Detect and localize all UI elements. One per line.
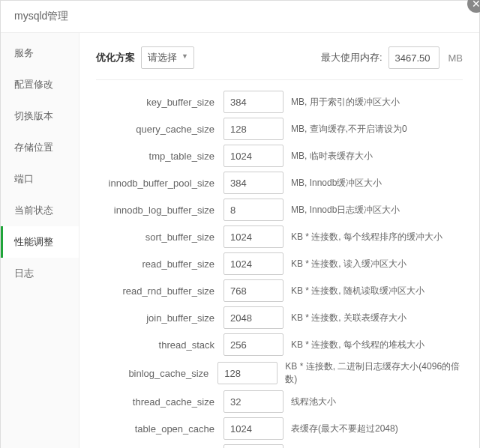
param-label: tmp_table_size — [96, 151, 224, 162]
param-label: query_cache_size — [96, 124, 224, 135]
param-label: thread_cache_size — [96, 396, 224, 408]
param-row: read_rnd_buffer_sizeKB * 连接数, 随机读取缓冲区大小 — [96, 279, 463, 302]
param-row: query_cache_sizeMB, 查询缓存,不开启请设为0 — [96, 118, 463, 140]
param-label: sort_buffer_size — [96, 231, 224, 243]
param-label: binlog_cache_size — [96, 368, 218, 379]
param-row: key_buffer_sizeMB, 用于索引的缓冲区大小 — [96, 91, 463, 113]
mem-input[interactable] — [388, 46, 440, 69]
plan-select[interactable]: 请选择 — [141, 46, 194, 69]
param-input-key_buffer_size[interactable] — [224, 91, 284, 113]
param-desc: 线程池大小 — [284, 396, 336, 408]
modal-title: mysqld管理 — [1, 1, 479, 33]
param-input-query_cache_size[interactable] — [224, 118, 284, 140]
param-row: read_buffer_sizeKB * 连接数, 读入缓冲区大小 — [96, 252, 463, 275]
plan-label: 优化方案 — [96, 51, 135, 64]
param-label: read_buffer_size — [96, 258, 224, 270]
modal: ✕ mysqld管理 服务配置修改切换版本存储位置端口当前状态性能调整日志 优化… — [0, 0, 480, 448]
param-input-thread_stack[interactable] — [224, 333, 284, 356]
param-row: thread_cache_size线程池大小 — [96, 390, 463, 413]
param-desc: KB * 连接数, 读入缓冲区大小 — [284, 258, 406, 270]
param-desc: KB * 连接数, 二进制日志缓存大小(4096的倍数) — [278, 360, 463, 386]
param-input-max_connections[interactable] — [224, 444, 284, 448]
params-list: key_buffer_sizeMB, 用于索引的缓冲区大小query_cache… — [96, 91, 463, 448]
param-input-join_buffer_size[interactable] — [224, 306, 284, 329]
param-label: innodb_buffer_pool_size — [96, 178, 224, 189]
sidebar-item-0[interactable]: 服务 — [1, 37, 79, 69]
param-label: read_rnd_buffer_size — [96, 285, 224, 297]
param-row: innodb_buffer_pool_sizeMB, Innodb缓冲区大小 — [96, 172, 463, 194]
param-row: binlog_cache_sizeKB * 连接数, 二进制日志缓存大小(409… — [96, 360, 463, 386]
param-desc: MB, 临时表缓存大小 — [284, 150, 373, 163]
param-label: innodb_log_buffer_size — [96, 205, 224, 216]
param-desc: 表缓存(最大不要超过2048) — [284, 423, 398, 435]
param-desc: KB * 连接数, 每个线程的堆栈大小 — [284, 339, 424, 351]
param-desc: MB, Innodb日志缓冲区大小 — [284, 204, 400, 217]
param-label: join_buffer_size — [96, 312, 224, 324]
main-panel: 优化方案 请选择 最大使用内存: MB key_buffer_sizeMB, 用… — [80, 33, 479, 448]
param-input-innodb_buffer_pool_size[interactable] — [224, 172, 284, 194]
param-input-sort_buffer_size[interactable] — [224, 225, 284, 248]
param-row: join_buffer_sizeKB * 连接数, 关联表缓存大小 — [96, 306, 463, 329]
sidebar-item-2[interactable]: 切换版本 — [1, 100, 79, 132]
param-label: key_buffer_size — [96, 97, 224, 108]
sidebar-item-5[interactable]: 当前状态 — [1, 195, 79, 226]
param-row: table_open_cache表缓存(最大不要超过2048) — [96, 417, 463, 440]
sidebar-item-4[interactable]: 端口 — [1, 163, 79, 195]
sidebar: 服务配置修改切换版本存储位置端口当前状态性能调整日志 — [1, 33, 80, 448]
param-input-innodb_log_buffer_size[interactable] — [224, 199, 284, 221]
param-input-read_buffer_size[interactable] — [224, 252, 284, 275]
param-desc: MB, 用于索引的缓冲区大小 — [284, 96, 400, 109]
param-desc: MB, Innodb缓冲区大小 — [284, 177, 382, 190]
param-row: thread_stackKB * 连接数, 每个线程的堆栈大小 — [96, 333, 463, 356]
sidebar-item-1[interactable]: 配置修改 — [1, 69, 79, 100]
param-row: sort_buffer_sizeKB * 连接数, 每个线程排序的缓冲大小 — [96, 225, 463, 248]
param-input-table_open_cache[interactable] — [224, 417, 284, 440]
mem-unit: MB — [446, 52, 464, 64]
sidebar-item-7[interactable]: 日志 — [1, 258, 79, 289]
param-label: thread_stack — [96, 339, 224, 351]
param-input-read_rnd_buffer_size[interactable] — [224, 279, 284, 302]
param-row: max_connections最大连接数 — [96, 444, 463, 448]
param-label: table_open_cache — [96, 423, 224, 435]
mem-label: 最大使用内存: — [321, 51, 382, 64]
param-row: tmp_table_sizeMB, 临时表缓存大小 — [96, 145, 463, 167]
param-input-binlog_cache_size[interactable] — [218, 362, 278, 384]
param-desc: MB, 查询缓存,不开启请设为0 — [284, 123, 407, 136]
param-input-tmp_table_size[interactable] — [224, 145, 284, 167]
divider — [96, 79, 463, 80]
param-desc: KB * 连接数, 每个线程排序的缓冲大小 — [284, 231, 442, 243]
param-desc: KB * 连接数, 随机读取缓冲区大小 — [284, 285, 424, 297]
sidebar-item-6[interactable]: 性能调整 — [1, 226, 79, 258]
param-input-thread_cache_size[interactable] — [224, 390, 284, 413]
sidebar-item-3[interactable]: 存储位置 — [1, 132, 79, 163]
param-desc: KB * 连接数, 关联表缓存大小 — [284, 312, 406, 324]
param-row: innodb_log_buffer_sizeMB, Innodb日志缓冲区大小 — [96, 199, 463, 221]
